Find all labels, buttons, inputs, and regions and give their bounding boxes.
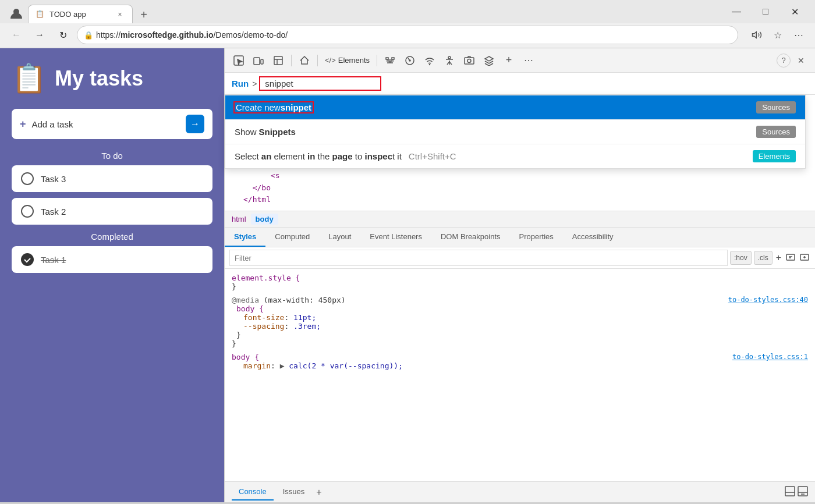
toggle-element-state-button[interactable] — [785, 251, 796, 265]
add-icon: + — [506, 54, 512, 66]
styles-tab-properties[interactable]: Properties — [510, 228, 563, 247]
maximize-button[interactable]: □ — [752, 2, 779, 21]
css-val-margin: calc(2 * var(--spacing)); — [289, 361, 403, 370]
add-bottom-panel-button[interactable]: + — [314, 485, 324, 500]
css-expand-arrow[interactable]: ▶ — [280, 361, 285, 370]
address-input[interactable]: https://microsoftedge.github.io/Demos/de… — [77, 26, 738, 44]
more-tools-button[interactable]: ⋯ — [519, 51, 538, 70]
styles-tab-accessibility[interactable]: Accessibility — [563, 228, 623, 247]
styles-tab-computed[interactable]: Computed — [265, 228, 319, 247]
forward-button[interactable]: → — [30, 26, 49, 44]
address-bar: ← → ↻ 🔒 https://microsoftedge.github.io/… — [0, 23, 815, 48]
css-body-selector-2: body { — [232, 353, 259, 361]
help-icon: ? — [781, 56, 785, 65]
cls-button[interactable]: .cls — [754, 251, 773, 265]
select-element-item[interactable]: Select an element in the page to inspect… — [225, 144, 805, 168]
issues-tab[interactable]: Issues — [276, 484, 312, 501]
more-button[interactable]: ⋯ — [789, 26, 808, 44]
device-emulation-button[interactable] — [249, 51, 268, 70]
add-style-rule-button[interactable]: + — [775, 251, 782, 264]
todo-section-label: To do — [12, 151, 212, 161]
devtools-panel: </> Elements + — [224, 48, 815, 502]
css-body-rule: body { — [232, 353, 808, 361]
new-tab-button[interactable]: + — [135, 6, 153, 23]
read-aloud-button[interactable] — [747, 26, 766, 44]
todo-app-title: My tasks — [55, 66, 143, 91]
close-button[interactable]: ✕ — [781, 2, 808, 21]
dock-bottom-icon[interactable] — [785, 486, 795, 498]
css-colon-1: : — [284, 313, 293, 322]
css-at-rule: @media (max-width: 450px) — [232, 296, 808, 304]
tab-close-button[interactable]: × — [115, 9, 125, 20]
help-button[interactable]: ? — [777, 54, 791, 68]
task-label-1: Task 1 — [41, 255, 66, 265]
elements-icon-button[interactable] — [269, 51, 288, 70]
breadcrumb-html[interactable]: html — [232, 215, 246, 223]
code-line-html-close: </html — [243, 194, 810, 206]
task-checkbox-2[interactable] — [21, 205, 34, 218]
elements-label-button[interactable]: </> Elements — [321, 51, 373, 70]
css-at-keyword: @media — [232, 296, 264, 304]
create-new-snippet-item[interactable]: Create new snippet Sources — [225, 95, 805, 119]
task-checkbox-1[interactable] — [21, 253, 34, 266]
css-declaration-spacing: --spacing: .3rem; — [243, 322, 808, 331]
styles-tab-styles[interactable]: Styles — [225, 228, 265, 247]
home-button[interactable] — [295, 51, 314, 70]
url-domain: microsoftedge.github.io — [121, 30, 213, 40]
network-tool-button[interactable] — [381, 51, 399, 70]
profile-icon[interactable] — [7, 5, 26, 23]
bottom-right-icons — [785, 486, 808, 498]
svg-rect-12 — [465, 58, 474, 64]
back-button[interactable]: ← — [7, 26, 26, 44]
show-snippets-item[interactable]: Show Snippets Sources — [225, 120, 805, 144]
task-item-3[interactable]: Task 3 — [12, 165, 212, 192]
browser-tab-active[interactable]: 📋 TODO app × — [28, 5, 133, 23]
task-label-2: Task 2 — [41, 207, 66, 216]
accessibility-tool-button[interactable] — [440, 51, 459, 70]
css-link-40[interactable]: to-do-styles.css:40 — [728, 296, 808, 304]
css-rule-body: to-do-styles.css:1 body { margin: ▶ calc… — [232, 353, 808, 370]
svg-point-10 — [430, 64, 430, 65]
run-arrow-icon: > — [252, 79, 257, 88]
add-tool-button[interactable]: + — [499, 51, 518, 70]
devtools-toolbar: </> Elements + — [225, 48, 815, 73]
task-item-1[interactable]: Task 1 — [12, 246, 212, 273]
styles-tab-event-listeners[interactable]: Event Listeners — [360, 228, 431, 247]
performance-tool-button[interactable] — [401, 51, 419, 70]
inspect-tool-button[interactable] — [229, 51, 248, 70]
css-link-1[interactable]: to-do-styles.css:1 — [732, 353, 808, 361]
css-colon-2: : — [284, 322, 293, 331]
wifi-tool-button[interactable] — [420, 51, 439, 70]
minimize-button[interactable]: — — [723, 2, 750, 21]
close-devtools-button[interactable]: ✕ — [792, 51, 810, 70]
new-style-rule-button[interactable] — [799, 251, 810, 265]
filter-input[interactable] — [229, 250, 728, 266]
snippet-input[interactable] — [259, 76, 381, 91]
styles-tab-dom-breakpoints[interactable]: DOM Breakpoints — [431, 228, 510, 247]
svg-rect-16 — [785, 487, 795, 496]
window-controls: — □ ✕ — [723, 2, 808, 21]
css-rule-element-style: element.style { } — [232, 274, 808, 291]
hov-button[interactable]: :hov — [730, 251, 752, 265]
task-checkbox-3[interactable] — [21, 172, 34, 185]
console-run-container: Run > Create new snippet Sources — [225, 73, 815, 95]
refresh-button[interactable]: ↻ — [54, 26, 72, 44]
add-task-arrow-icon: → — [186, 115, 204, 133]
css-selector-element-style: element.style { — [232, 274, 808, 282]
layers-tool-button[interactable] — [480, 51, 498, 70]
tab-strip: 📋 TODO app × + — [7, 0, 723, 23]
css-outer-brace: } — [232, 339, 236, 348]
toolbar-separator-3 — [377, 55, 377, 66]
styles-tab-layout[interactable]: Layout — [319, 228, 360, 247]
code-line-body-close: </bo — [243, 182, 810, 194]
undock-icon[interactable] — [798, 486, 808, 498]
css-prop-font-size: font-size — [243, 313, 284, 322]
screenshot-tool-button[interactable] — [460, 51, 479, 70]
css-declarations-media: font-size: 11pt; --spacing: .3rem; — [243, 313, 808, 331]
task-item-2[interactable]: Task 2 — [12, 198, 212, 225]
console-tab[interactable]: Console — [232, 484, 274, 501]
favorites-button[interactable]: ☆ — [768, 26, 787, 44]
add-task-bar[interactable]: + Add a task → — [12, 109, 212, 139]
breadcrumb-body[interactable]: body — [251, 214, 278, 225]
tab-favicon: 📋 — [36, 10, 45, 19]
